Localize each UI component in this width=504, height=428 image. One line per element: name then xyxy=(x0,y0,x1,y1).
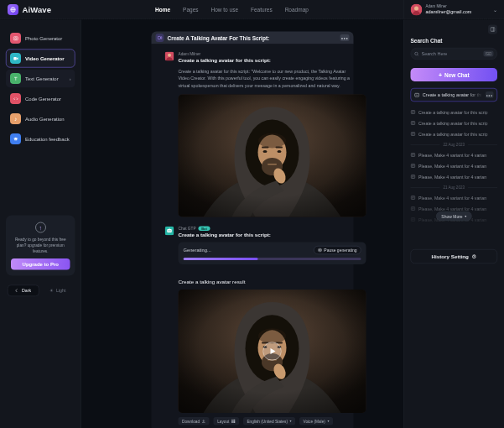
upgrade-text: Ready to go beyond this free plan? upgra… xyxy=(11,237,70,254)
chat-icon xyxy=(411,175,416,180)
keyboard-shortcut-badge xyxy=(484,51,494,57)
main-area: Create A Talking Avatar For This Script:… xyxy=(82,20,404,428)
bot-badge: Bot xyxy=(199,226,210,231)
download-label: Download xyxy=(182,419,200,424)
voice-label: Voice (Male) xyxy=(303,419,325,424)
chat-body: Adam Milner Create a talking avatar for … xyxy=(152,44,354,428)
upgrade-pro-button[interactable]: Upgrade to Pro xyxy=(11,258,70,270)
code-icon xyxy=(10,93,21,104)
theme-light-label: Light xyxy=(56,288,65,293)
progress-fill xyxy=(184,258,258,260)
chat-item-menu-button[interactable]: ●●● xyxy=(486,91,494,98)
left-sidebar: Photo Generator Video Generator Text Gen… xyxy=(0,20,81,428)
chat-icon xyxy=(411,196,416,201)
chat-history-item[interactable]: Please, Make 4 variant for 4 varian xyxy=(411,160,498,171)
upgrade-card: ↑ Ready to go beyond this free plan? upg… xyxy=(6,216,75,276)
sidebar-item-photo-generator[interactable]: Photo Generator xyxy=(6,29,75,48)
sidebar-item-video-generator[interactable]: Video Generator xyxy=(6,50,75,68)
show-more-button[interactable]: Show More ▾ xyxy=(436,211,472,221)
chat-history-item[interactable]: Please, Make 4 variant for 4 varian xyxy=(411,171,498,182)
nav-features[interactable]: Features xyxy=(251,7,273,13)
search-input[interactable] xyxy=(422,51,481,56)
nav-roadmap[interactable]: Roadmap xyxy=(285,7,309,13)
video-camera-icon xyxy=(156,34,164,42)
chat-icon xyxy=(411,206,416,211)
bot-message: Chat GTPBot Create a talking avatar for … xyxy=(165,226,341,237)
user-profile-menu[interactable]: Adam Milner adamilner@gmail.com ⌄ xyxy=(403,0,504,19)
search-chat-label: Search Chat xyxy=(411,38,498,44)
pause-generating-button[interactable]: Pause generating xyxy=(314,246,361,254)
layout-button[interactable]: Layout xyxy=(214,417,239,425)
play-button[interactable] xyxy=(263,342,282,360)
app-root: AiWave Home Pages How to use Features Ro… xyxy=(0,0,504,428)
active-chat-item[interactable]: Create a talking avatar for this ●●● xyxy=(411,88,498,102)
moon-icon: ☾ xyxy=(15,288,19,293)
generated-avatar-image xyxy=(179,94,366,217)
chat-column: Create A Talking Avatar For This Script:… xyxy=(152,32,354,428)
sidebar-item-audio-generation[interactable]: ♪ Audio Generation xyxy=(6,110,75,128)
brand-name: AiWave xyxy=(23,5,52,14)
plus-icon: + xyxy=(439,72,442,78)
history-setting-button[interactable]: History Setting ⚙ xyxy=(411,249,498,264)
chat-icon xyxy=(411,121,416,126)
theme-light-button[interactable]: ☀Light xyxy=(42,284,73,296)
show-more-label: Show More xyxy=(441,214,462,219)
chat-history-list: Create a talking avatar for this scrip C… xyxy=(411,107,498,225)
stop-icon xyxy=(318,248,322,252)
language-label: English (United States) xyxy=(247,419,288,424)
upload-arrow-icon: ↑ xyxy=(35,222,46,233)
chat-history-item[interactable]: Please, Make 4 variant for 4 varian xyxy=(411,192,498,203)
sidebar-item-code-generator[interactable]: Code Generator xyxy=(6,90,75,108)
user-message-body: Create a talking avatar for this script:… xyxy=(179,68,354,90)
chat-title: Create A Talking Avatar For This Script: xyxy=(168,34,270,41)
chat-history-item[interactable]: Create a talking avatar for this scrip xyxy=(411,117,498,128)
voice-select[interactable]: Voice (Male) ▾ xyxy=(299,417,333,425)
brand-logo-icon xyxy=(8,4,18,15)
language-select[interactable]: English (United States) ▾ xyxy=(243,417,295,425)
chat-history-item[interactable]: Create a talking avatar for this scrip xyxy=(411,107,498,117)
gear-icon: ⚙ xyxy=(471,253,476,260)
theme-toggle: ☾Dark ☀Light xyxy=(6,284,75,296)
chat-menu-button[interactable]: ●●● xyxy=(340,34,350,41)
nav-how-to-use[interactable]: How to use xyxy=(211,7,239,13)
chevron-down-icon: ⌄ xyxy=(493,7,497,13)
chat-icon xyxy=(411,132,416,137)
result-label: Create a talking avatar result xyxy=(179,279,341,284)
sidebar-item-label: Video Generator xyxy=(25,55,65,61)
user-message: Adam Milner Create a talking avatar for … xyxy=(165,52,341,64)
play-icon xyxy=(270,348,275,354)
progress-bar xyxy=(184,258,361,260)
new-chat-label: New Chat xyxy=(444,71,470,78)
sidebar-item-text-generator[interactable]: Text Generator › xyxy=(6,70,75,88)
user-message-author: Adam Milner xyxy=(179,52,271,57)
chat-video-icon xyxy=(414,92,419,98)
sidebar-item-label: Audio Generation xyxy=(25,116,65,122)
download-button[interactable]: Download xyxy=(179,417,210,425)
chevron-down-icon: ▾ xyxy=(327,419,329,423)
right-sidebar: Search Chat + New Chat Create a talking … xyxy=(403,20,504,428)
layout-label: Layout xyxy=(217,419,229,424)
chat-icon xyxy=(411,153,416,158)
chat-header: Create A Talking Avatar For This Script:… xyxy=(152,32,354,44)
active-chat-label: Create a talking avatar for this xyxy=(423,92,482,97)
user-message-title: Create a talking avatar for this script: xyxy=(179,58,271,64)
nav-home[interactable]: Home xyxy=(155,7,170,13)
collapse-sidebar-button[interactable] xyxy=(488,25,497,34)
theme-dark-button[interactable]: ☾Dark xyxy=(8,284,39,296)
search-box xyxy=(411,48,498,60)
chevron-right-icon: › xyxy=(70,76,71,81)
chat-history-item[interactable]: Create a talking avatar for this scrip xyxy=(411,128,498,139)
bot-message-title: Create a talking avatar for this script: xyxy=(179,232,271,237)
chat-history-item[interactable]: Please, Make 4 variant for 4 varian xyxy=(411,149,498,160)
chevron-down-icon: ▾ xyxy=(465,214,466,218)
chat-icon xyxy=(411,164,416,169)
result-toolbar: Download Layout English (United States) … xyxy=(179,417,341,425)
history-date-divider: 21 Aug 2023 xyxy=(411,185,498,190)
nav-pages[interactable]: Pages xyxy=(183,7,198,13)
sidebar-item-label: Code Generator xyxy=(25,96,61,102)
brand-logo[interactable]: AiWave xyxy=(0,4,81,15)
theme-dark-label: Dark xyxy=(22,288,31,293)
new-chat-button[interactable]: + New Chat xyxy=(411,68,498,81)
sidebar-item-education-feedback[interactable]: Education feedback xyxy=(6,130,75,149)
bot-name: Chat GTP xyxy=(179,226,196,231)
